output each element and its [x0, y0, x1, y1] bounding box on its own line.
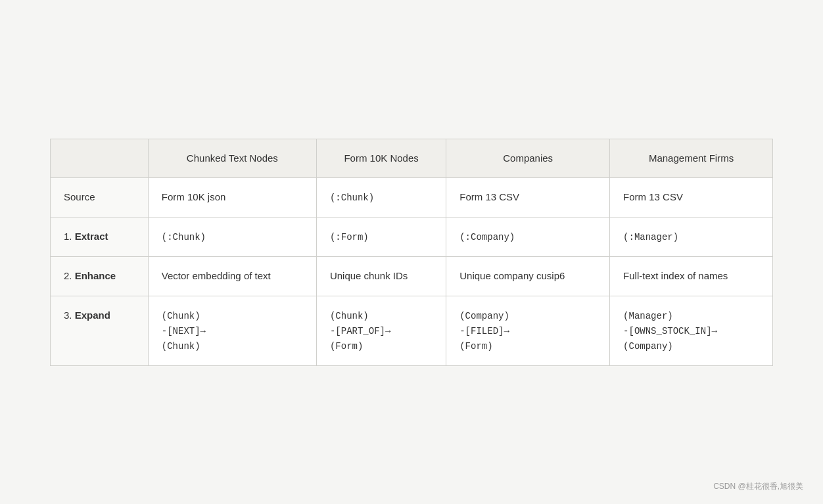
header-cell-3: Companies — [446, 139, 610, 178]
table-row: 3. Expand(Chunk) -[NEXT]→ (Chunk)(Chunk)… — [51, 296, 773, 365]
cell-3-3: (Manager) -[OWNS_STOCK_IN]→ (Company) — [610, 296, 773, 365]
header-cell-1: Chunked Text Nodes — [148, 139, 316, 178]
cell-0-1: (:Chunk) — [316, 178, 446, 218]
cell-3-2: (Company) -[FILED]→ (Form) — [446, 296, 610, 365]
header-cell-4: Management Firms — [610, 139, 773, 178]
main-table: Chunked Text NodesForm 10K NodesCompanie… — [50, 139, 773, 366]
table-row: SourceForm 10K json(:Chunk)Form 13 CSVFo… — [51, 178, 773, 218]
cell-1-2: (:Company) — [446, 218, 610, 257]
row-label-0: Source — [51, 178, 149, 218]
page-container: Chunked Text NodesForm 10K NodesCompanie… — [0, 0, 823, 504]
cell-0-0: Form 10K json — [148, 178, 316, 218]
cell-1-3: (:Manager) — [610, 218, 773, 257]
header-cell-0 — [51, 139, 149, 178]
cell-2-2: Unique company cusip6 — [446, 257, 610, 296]
cell-0-3: Form 13 CSV — [610, 178, 773, 218]
header-cell-2: Form 10K Nodes — [316, 139, 446, 178]
header-row: Chunked Text NodesForm 10K NodesCompanie… — [51, 139, 773, 178]
cell-3-0: (Chunk) -[NEXT]→ (Chunk) — [148, 296, 316, 365]
table-row: 2. EnhanceVector embedding of textUnique… — [51, 257, 773, 296]
row-label-3: 3. Expand — [51, 296, 149, 365]
table-wrapper: Chunked Text NodesForm 10K NodesCompanie… — [50, 139, 773, 366]
cell-1-0: (:Chunk) — [148, 218, 316, 257]
table-row: 1. Extract(:Chunk)(:Form)(:Company)(:Man… — [51, 218, 773, 257]
cell-2-0: Vector embedding of text — [148, 257, 316, 296]
watermark: CSDN @桂花很香,旭很美 — [713, 481, 803, 492]
cell-1-1: (:Form) — [316, 218, 446, 257]
cell-3-1: (Chunk) -[PART_OF]→ (Form) — [316, 296, 446, 365]
row-label-2: 2. Enhance — [51, 257, 149, 296]
cell-2-1: Unique chunk IDs — [316, 257, 446, 296]
cell-2-3: Full-text index of names — [610, 257, 773, 296]
row-label-1: 1. Extract — [51, 218, 149, 257]
cell-0-2: Form 13 CSV — [446, 178, 610, 218]
